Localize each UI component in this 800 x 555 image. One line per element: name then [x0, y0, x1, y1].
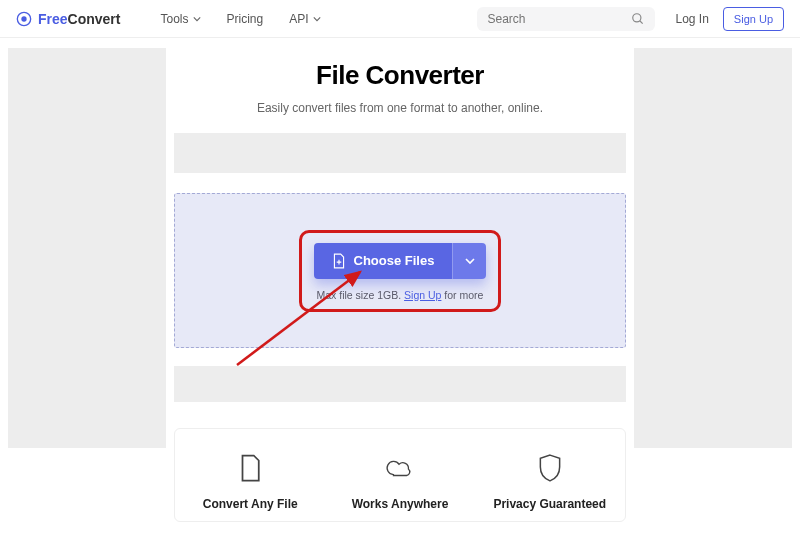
- chevron-down-icon: [465, 256, 475, 266]
- page-subtitle: Easily convert files from one format to …: [174, 101, 625, 115]
- search-box[interactable]: [477, 7, 655, 31]
- ad-banner-bottom: [174, 366, 625, 402]
- choose-files-group: Choose Files: [314, 243, 487, 279]
- primary-nav: Tools Pricing API: [160, 12, 320, 26]
- brand-convert: Convert: [68, 11, 121, 27]
- feature-convert: Convert Any File: [180, 453, 320, 511]
- brand-logo[interactable]: FreeConvert: [16, 11, 120, 27]
- file-add-icon: [332, 253, 346, 269]
- choose-files-label: Choose Files: [354, 253, 435, 268]
- nav-tools[interactable]: Tools: [160, 12, 200, 26]
- brand-logo-icon: [16, 11, 32, 27]
- choose-files-dropdown[interactable]: [452, 243, 486, 279]
- chevron-down-icon: [193, 15, 201, 23]
- annotation-callout: Choose Files Max file size 1GB. Sign Up …: [299, 230, 502, 312]
- nav-pricing-label: Pricing: [227, 12, 264, 26]
- login-link[interactable]: Log In: [675, 12, 708, 26]
- signup-button[interactable]: Sign Up: [723, 7, 784, 31]
- file-dropzone[interactable]: Choose Files Max file size 1GB. Sign Up …: [174, 193, 625, 348]
- page-title: File Converter: [174, 60, 625, 91]
- brand-free: Free: [38, 11, 68, 27]
- feature-anywhere: Works Anywhere: [330, 453, 470, 511]
- ad-left: [8, 48, 166, 448]
- site-header: FreeConvert Tools Pricing API Log In Sig…: [0, 0, 800, 38]
- search-input[interactable]: [487, 12, 607, 26]
- feature-anywhere-label: Works Anywhere: [352, 497, 449, 511]
- nav-api-label: API: [289, 12, 308, 26]
- main-content: File Converter Easily convert files from…: [174, 38, 625, 522]
- svg-point-1: [21, 16, 26, 21]
- cloud-icon: [385, 453, 415, 483]
- chevron-down-icon: [313, 15, 321, 23]
- ad-banner-top: [174, 133, 625, 173]
- ad-right: [634, 48, 792, 448]
- choose-files-button[interactable]: Choose Files: [314, 243, 453, 279]
- svg-point-2: [633, 13, 641, 21]
- features-row: Convert Any File Works Anywhere Privacy …: [174, 428, 625, 522]
- nav-tools-label: Tools: [160, 12, 188, 26]
- nav-api[interactable]: API: [289, 12, 320, 26]
- file-icon: [235, 453, 265, 483]
- max-size-note: Max file size 1GB. Sign Up for more: [317, 289, 484, 301]
- feature-privacy: Privacy Guaranteed: [480, 453, 620, 511]
- search-icon: [631, 12, 645, 26]
- signup-inline-link[interactable]: Sign Up: [404, 289, 441, 301]
- feature-convert-label: Convert Any File: [203, 497, 298, 511]
- feature-privacy-label: Privacy Guaranteed: [493, 497, 606, 511]
- nav-pricing[interactable]: Pricing: [227, 12, 264, 26]
- shield-icon: [535, 453, 565, 483]
